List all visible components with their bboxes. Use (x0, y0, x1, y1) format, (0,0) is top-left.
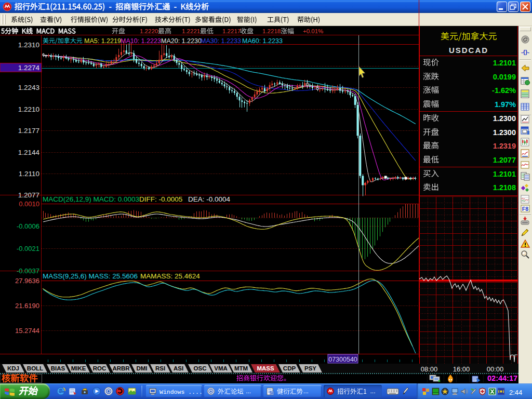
svg-text:1.2110: 1.2110 (19, 170, 39, 178)
svg-text:MAMASS: 25.4624: MAMASS: 25.4624 (140, 272, 200, 280)
svg-text:07300540: 07300540 (328, 356, 357, 363)
svg-text:0.0010: 0.0010 (19, 200, 39, 208)
svg-text:MASS(9,25,6) MASS: 25.5606: MASS(9,25,6) MASS: 25.5606 (43, 272, 138, 280)
svg-text:15.2744: 15.2744 (15, 327, 39, 335)
svg-text:1.2310: 1.2310 (18, 41, 39, 49)
svg-text:F8: F8 (522, 206, 528, 212)
svg-text:21.6190: 21.6190 (15, 302, 39, 310)
svg-text:-0.0021: -0.0021 (17, 245, 39, 252)
svg-text:1.2144: 1.2144 (18, 149, 40, 156)
svg-text:-{}-: -{}- (521, 49, 529, 55)
svg-text:DIFF: -0.0005: DIFF: -0.0005 (139, 195, 182, 203)
svg-text:DEA: -0.0004: DEA: -0.0004 (188, 195, 231, 203)
svg-text:1.2210: 1.2210 (18, 105, 39, 113)
svg-text:27.9636: 27.9636 (15, 277, 39, 285)
svg-text:-0.0037: -0.0037 (17, 267, 39, 275)
svg-text:1.2243: 1.2243 (18, 84, 39, 91)
svg-text:1.2077: 1.2077 (18, 191, 39, 199)
svg-text:1.2177: 1.2177 (18, 127, 39, 135)
svg-text:1.2274: 1.2274 (18, 64, 40, 72)
svg-text:W: W (270, 391, 274, 395)
svg-text:-0.0006: -0.0006 (17, 222, 39, 230)
svg-text:MACD(26,12,9) MACD: 0.0003: MACD(26,12,9) MACD: 0.0003 (43, 195, 139, 203)
